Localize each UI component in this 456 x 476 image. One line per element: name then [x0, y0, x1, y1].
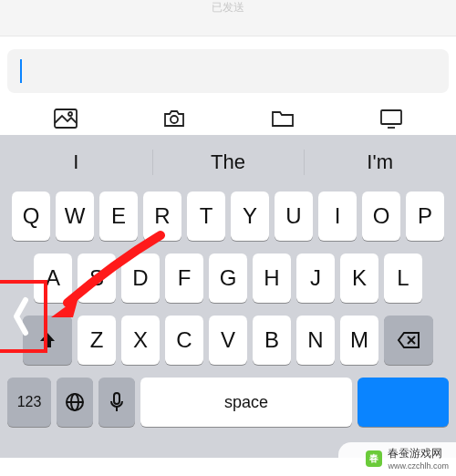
- ios-keyboard: I The I'm Q W E R T Y U I O P A S D F G …: [0, 135, 456, 458]
- globe-key[interactable]: [57, 378, 93, 427]
- camera-icon[interactable]: [162, 109, 186, 129]
- key-row-2: Z X C V B N M: [4, 316, 452, 365]
- key-w[interactable]: W: [56, 191, 94, 241]
- attachment-toolbar: [0, 102, 456, 135]
- key-c[interactable]: C: [165, 316, 203, 365]
- key-b[interactable]: B: [253, 316, 291, 365]
- key-e[interactable]: E: [99, 191, 138, 241]
- key-m[interactable]: M: [340, 316, 378, 365]
- key-rows: Q W E R T Y U I O P A S D F G H J K L Z: [0, 184, 456, 427]
- suggestion-0[interactable]: I: [0, 140, 152, 184]
- key-l[interactable]: L: [384, 254, 422, 303]
- key-u[interactable]: U: [275, 191, 313, 241]
- key-p[interactable]: P: [406, 191, 444, 241]
- screen-icon[interactable]: [379, 109, 403, 129]
- svg-point-1: [68, 112, 72, 116]
- suggestion-bar: I The I'm: [0, 140, 456, 184]
- watermark-url: www.czchlh.com: [388, 461, 449, 471]
- suggestion-1[interactable]: The: [152, 140, 305, 184]
- folder-icon[interactable]: [271, 109, 295, 129]
- watermark-name: 春蚕游戏网: [388, 447, 442, 460]
- backspace-key[interactable]: [384, 316, 433, 365]
- key-t[interactable]: T: [187, 191, 225, 241]
- message-header: 已发送: [0, 0, 456, 36]
- key-d[interactable]: D: [121, 254, 160, 303]
- text-cursor: [20, 59, 22, 83]
- key-row-1: A S D F G H J K L: [4, 254, 452, 303]
- message-input[interactable]: [7, 49, 449, 93]
- key-x[interactable]: X: [121, 316, 160, 365]
- watermark: 春 春蚕游戏网 www.czchlh.com: [338, 442, 456, 474]
- key-v[interactable]: V: [209, 316, 247, 365]
- key-q[interactable]: Q: [12, 191, 50, 241]
- text-input-container: [0, 36, 456, 102]
- watermark-logo-icon: 春: [366, 450, 382, 467]
- keyboard-left-chevron-icon[interactable]: [11, 295, 31, 338]
- key-row-bottom: 123 space: [4, 378, 452, 427]
- key-s[interactable]: S: [78, 254, 116, 303]
- key-h[interactable]: H: [253, 254, 291, 303]
- key-r[interactable]: R: [143, 191, 181, 241]
- key-y[interactable]: Y: [231, 191, 269, 241]
- svg-rect-10: [114, 393, 119, 404]
- svg-rect-3: [381, 110, 401, 124]
- key-o[interactable]: O: [362, 191, 400, 241]
- sent-status: 已发送: [212, 0, 244, 16]
- gallery-icon[interactable]: [54, 109, 78, 129]
- key-z[interactable]: Z: [78, 316, 116, 365]
- svg-point-2: [171, 116, 178, 123]
- key-g[interactable]: G: [209, 254, 247, 303]
- space-key[interactable]: space: [140, 378, 352, 427]
- return-key[interactable]: [358, 378, 449, 427]
- suggestion-2[interactable]: I'm: [304, 140, 456, 184]
- numbers-key[interactable]: 123: [7, 378, 51, 427]
- key-i[interactable]: I: [318, 191, 357, 241]
- key-j[interactable]: J: [296, 254, 335, 303]
- key-n[interactable]: N: [296, 316, 335, 365]
- key-k[interactable]: K: [340, 254, 378, 303]
- mic-key[interactable]: [98, 378, 135, 427]
- key-f[interactable]: F: [165, 254, 203, 303]
- key-row-0: Q W E R T Y U I O P: [4, 191, 452, 241]
